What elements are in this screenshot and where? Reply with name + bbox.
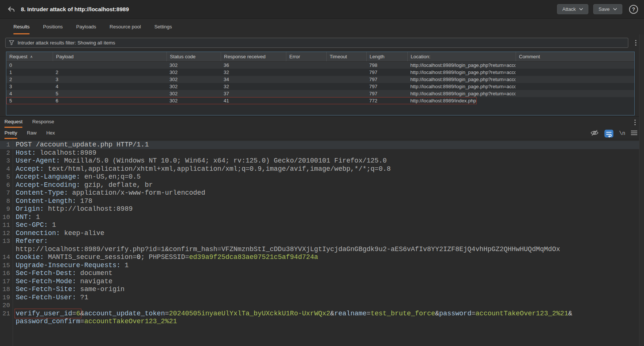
line-text: Content-Length: 178	[13, 197, 92, 206]
back-button[interactable]	[6, 4, 16, 15]
cell-error	[286, 90, 326, 97]
line-number: 2	[0, 149, 13, 157]
editor-view-tabs: PrettyRawHex	[4, 128, 55, 139]
tab-positions[interactable]: Positions	[43, 19, 63, 34]
chevron-down-icon	[613, 8, 617, 10]
cell-comment	[516, 83, 634, 90]
line-number: 7	[0, 189, 13, 197]
cell-length: 797	[366, 90, 407, 97]
cell-location: http://localhost:8989/login_page.php?ret…	[407, 76, 516, 83]
cell-timeout	[326, 97, 366, 104]
cell-payload: 6	[53, 97, 167, 104]
save-button[interactable]: Save	[593, 4, 622, 14]
cell-location: http://localhost:8989/login_page.php?ret…	[407, 83, 516, 90]
cell-timeout	[326, 90, 366, 97]
attack-button[interactable]: Attack	[557, 4, 588, 14]
code-line: 20	[0, 302, 644, 310]
line-text: POST /account_update.php HTTP/1.1	[13, 141, 149, 149]
tab-hex[interactable]: Hex	[46, 128, 55, 139]
code-line: 8Content-Length: 178	[0, 197, 644, 206]
cell-request: 0	[6, 62, 53, 69]
tab-response[interactable]: Response	[32, 117, 54, 128]
help-icon[interactable]: ?	[629, 5, 638, 14]
cell-location: http://localhost:8989/index.php	[407, 97, 516, 104]
code-line: 1POST /account_update.php HTTP/1.1	[0, 141, 644, 149]
line-number: 19	[0, 294, 13, 302]
message-tabs: RequestResponse	[4, 117, 54, 128]
column-header-comment[interactable]: Comment	[516, 52, 634, 61]
tab-request[interactable]: Request	[4, 117, 22, 128]
cell-status_code: 302	[167, 62, 221, 69]
tab-pretty[interactable]: Pretty	[4, 128, 17, 139]
cell-status_code: 302	[167, 69, 221, 76]
code-line: 4Accept: text/html,application/xhtml+xml…	[0, 165, 644, 173]
column-header-error[interactable]: Error	[286, 52, 326, 61]
column-header-timeout[interactable]: Timeout	[326, 52, 366, 61]
column-header-location[interactable]: Location:	[407, 52, 516, 61]
message-menu-kebab-icon[interactable]	[632, 117, 638, 128]
line-number: 5	[0, 173, 13, 181]
line-number: 14	[0, 253, 13, 262]
line-number: 3	[0, 157, 13, 165]
cell-timeout	[326, 76, 366, 83]
column-label: Status code	[170, 54, 196, 59]
filter-menu-kebab-icon[interactable]	[633, 40, 639, 46]
results-filter-bar[interactable]: Intruder attack results filter: Showing …	[5, 38, 628, 48]
code-line: password_confirm=accountTakeOver123_2%21	[0, 318, 644, 326]
hide-headers-eye-off-icon[interactable]	[590, 129, 599, 138]
code-line: 18Sec-Fetch-Site: same-origin	[0, 285, 644, 294]
cell-request: 1	[6, 69, 53, 76]
scrollbar[interactable]	[639, 34, 644, 346]
line-number: 10	[0, 213, 13, 222]
cell-status_code: 302	[167, 97, 221, 104]
code-line: 17Sec-Fetch-Mode: navigate	[0, 278, 644, 286]
line-number	[0, 245, 13, 254]
column-label: Comment	[519, 54, 540, 59]
tab-payloads[interactable]: Payloads	[76, 19, 96, 34]
cell-timeout	[326, 69, 366, 76]
cell-error	[286, 97, 326, 104]
table-row[interactable]: 1230232797http://localhost:8989/login_pa…	[6, 69, 634, 76]
cell-error	[286, 76, 326, 83]
line-number: 8	[0, 197, 13, 206]
table-row[interactable]: 3430232797http://localhost:8989/login_pa…	[6, 83, 634, 90]
table-row[interactable]: 030236798http://localhost:8989/login_pag…	[6, 62, 634, 69]
column-header-status_code[interactable]: Status code	[167, 52, 221, 61]
column-label: Request	[9, 54, 27, 59]
word-wrap-toggle-icon[interactable]	[604, 130, 613, 138]
cell-status_code: 302	[167, 76, 221, 83]
results-panel: Request∧PayloadStatus codeResponse recei…	[0, 51, 644, 115]
column-header-payload[interactable]: Payload	[53, 52, 167, 61]
column-label: Length	[370, 54, 385, 59]
column-label: Payload	[56, 54, 74, 59]
code-line: 19Sec-Fetch-User: ?1	[0, 294, 644, 302]
tab-results[interactable]: Results	[13, 19, 29, 34]
table-row[interactable]: 2330234797http://localhost:8989/login_pa…	[6, 76, 634, 83]
line-text: Accept-Encoding: gzip, deflate, br	[13, 181, 153, 189]
line-text: http://localhost:8989/verify.php?id=1&co…	[13, 245, 560, 254]
cell-comment	[516, 62, 634, 69]
line-text: Sec-Fetch-Site: same-origin	[13, 285, 125, 294]
cell-payload: 4	[53, 83, 167, 90]
show-newlines-icon[interactable]: \n	[619, 130, 625, 136]
cell-error	[286, 69, 326, 76]
tab-resource-pool[interactable]: Resource pool	[110, 19, 141, 34]
code-line: 12Connection: keep-alive	[0, 229, 644, 238]
table-row[interactable]: 4530237797http://localhost:8989/login_pa…	[6, 90, 634, 97]
column-header-length[interactable]: Length	[366, 52, 407, 61]
column-header-response_received[interactable]: Response received	[221, 52, 286, 61]
cell-request: 5	[6, 97, 53, 104]
line-number: 11	[0, 221, 13, 229]
column-header-request[interactable]: Request∧	[6, 52, 53, 61]
cell-comment	[516, 90, 634, 97]
cell-error	[286, 62, 326, 69]
request-editor[interactable]: 1POST /account_update.php HTTP/1.12Host:…	[0, 139, 644, 346]
line-number: 1	[0, 141, 13, 149]
tab-settings[interactable]: Settings	[154, 19, 172, 34]
tab-raw[interactable]: Raw	[27, 128, 37, 139]
cell-response_received: 41	[221, 97, 286, 104]
line-number: 15	[0, 262, 13, 270]
editor-menu-hamburger-icon[interactable]	[631, 130, 637, 137]
cell-length: 797	[366, 69, 407, 76]
table-row[interactable]: 5630241772http://localhost:8989/index.ph…	[6, 97, 634, 104]
